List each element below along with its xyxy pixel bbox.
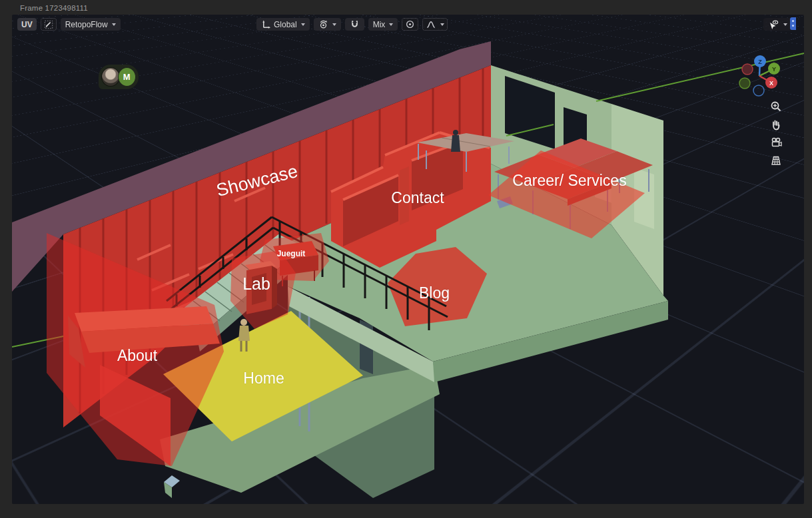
chevron-down-icon xyxy=(301,23,305,26)
collapsed-panel-button[interactable] xyxy=(790,17,796,30)
viewport-header: UV RetopoFlow xyxy=(12,18,804,31)
show-gizmo-dropdown[interactable] xyxy=(763,18,792,31)
axis-negative-z-ball[interactable] xyxy=(753,85,764,96)
axis-negative-y-ball[interactable] xyxy=(739,78,750,89)
chevron-down-icon xyxy=(389,23,393,26)
area-label-blog[interactable]: Blog xyxy=(419,284,450,302)
camera-view-button[interactable] xyxy=(770,136,783,148)
area-label-career-services[interactable]: Career/ Services xyxy=(512,172,626,190)
blend-mode-label: Mix xyxy=(373,20,386,29)
annotate-tool-button[interactable] xyxy=(41,18,57,31)
axis-gizmo[interactable]: Z Y X xyxy=(735,51,795,111)
orientation-axes-icon xyxy=(261,19,271,29)
collaborator-avatar[interactable]: M xyxy=(99,65,139,89)
proportional-editing-icon xyxy=(405,19,415,29)
chevron-down-icon xyxy=(332,23,336,26)
pivot-point-icon xyxy=(318,19,328,29)
pivot-point-dropdown[interactable] xyxy=(314,18,341,31)
axis-x-label: X xyxy=(769,80,773,87)
snap-with-dropdown[interactable]: Mix xyxy=(368,18,398,31)
pan-hand-button[interactable] xyxy=(770,119,782,130)
area-label-lab[interactable]: Lab xyxy=(242,274,270,294)
chevron-down-icon xyxy=(783,23,787,26)
zoom-button[interactable] xyxy=(770,101,782,113)
uv-label: UV xyxy=(21,20,33,29)
orientation-label: Global xyxy=(274,20,297,29)
orthographic-grid-button[interactable] xyxy=(770,154,782,166)
collaborator-photo xyxy=(101,67,120,87)
area-label-about[interactable]: About xyxy=(117,347,157,365)
snap-magnet-icon xyxy=(350,19,360,29)
collaborator-initial-badge: M xyxy=(118,67,137,87)
retopoflow-label: RetopoFlow xyxy=(65,20,108,29)
show-gizmo-eye-icon xyxy=(768,19,779,30)
area-label-jueguit[interactable]: Jueguit xyxy=(277,249,306,258)
axis-negative-x-ball[interactable] xyxy=(742,64,753,75)
falloff-curve-icon xyxy=(426,19,436,29)
annotate-pencil-icon xyxy=(44,20,53,29)
falloff-dropdown[interactable] xyxy=(422,18,448,31)
uv-editor-button[interactable]: UV xyxy=(17,18,37,31)
chevron-down-icon xyxy=(440,23,444,26)
transform-orientation-dropdown[interactable]: Global xyxy=(256,18,310,31)
area-label-home[interactable]: Home xyxy=(243,370,284,388)
viewport-3d-canvas[interactable]: Showcase Contact Career/ Services Blog L… xyxy=(12,15,804,504)
axis-z-label: Z xyxy=(758,59,762,65)
frame-title[interactable]: Frame 1723498111 xyxy=(20,4,88,12)
proportional-editing-button[interactable] xyxy=(402,18,418,31)
area-label-contact[interactable]: Contact xyxy=(391,189,444,207)
snap-toggle-button[interactable] xyxy=(345,18,364,31)
axis-y-label: Y xyxy=(772,66,776,73)
chevron-down-icon xyxy=(112,23,116,26)
floor-grid xyxy=(12,15,804,319)
retopoflow-menu[interactable]: RetopoFlow xyxy=(61,18,121,31)
